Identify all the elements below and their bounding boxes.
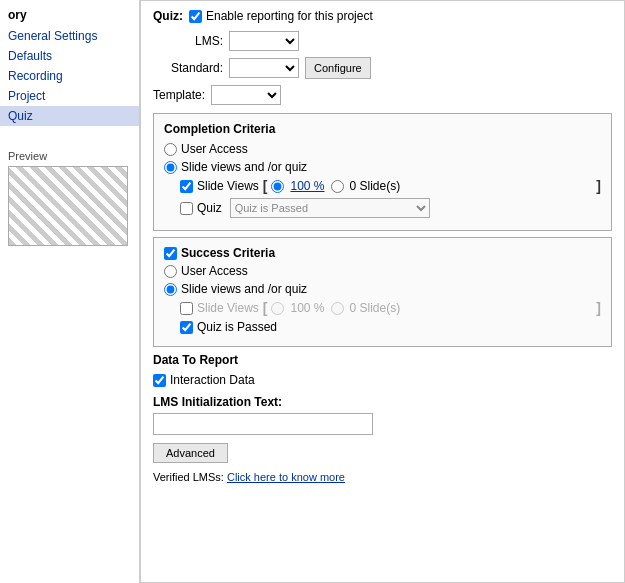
bracket-close-2: ] bbox=[596, 300, 601, 316]
completion-quiz-select[interactable]: Quiz is Passed bbox=[230, 198, 430, 218]
quiz-label: Quiz: bbox=[153, 9, 183, 23]
completion-slide-views-check-row: Slide Views [ 100 % 0 Slide(s) ] bbox=[180, 178, 601, 194]
completion-slide-views-checkbox[interactable] bbox=[180, 180, 193, 193]
lms-label: LMS: bbox=[153, 34, 223, 48]
preview-thumbnail bbox=[8, 166, 128, 246]
success-quiz-passed-label: Quiz is Passed bbox=[197, 320, 277, 334]
interaction-data-row: Interaction Data bbox=[153, 373, 612, 387]
sidebar-preview: Preview bbox=[0, 146, 139, 250]
completion-user-access-label: User Access bbox=[181, 142, 248, 156]
completion-quiz-row: Quiz Quiz is Passed bbox=[180, 198, 601, 218]
lms-init-section: LMS Initialization Text: bbox=[153, 395, 612, 435]
sidebar-title: ory bbox=[0, 4, 139, 26]
completion-100-percent-label: 100 % bbox=[290, 179, 324, 193]
quiz-enable-row: Quiz: Enable reporting for this project bbox=[153, 9, 612, 23]
success-slide-views-check-row: Slide Views [ 100 % 0 Slide(s) ] bbox=[180, 300, 601, 316]
success-user-access-radio[interactable] bbox=[164, 265, 177, 278]
verified-lms-row: Verified LMSs: Click here to know more bbox=[153, 471, 612, 483]
interaction-data-label: Interaction Data bbox=[170, 373, 255, 387]
success-user-access-label: User Access bbox=[181, 264, 248, 278]
enable-reporting-label: Enable reporting for this project bbox=[206, 9, 373, 23]
template-label: Template: bbox=[153, 88, 205, 102]
success-percent-group: 100 % 0 Slide(s) bbox=[271, 301, 400, 315]
completion-criteria-section: Completion Criteria User Access Slide vi… bbox=[153, 113, 612, 231]
sidebar-item-recording[interactable]: Recording bbox=[0, 66, 139, 86]
sidebar: ory General Settings Defaults Recording … bbox=[0, 0, 140, 583]
success-slide-views-checkbox[interactable] bbox=[180, 302, 193, 315]
verified-lms-link[interactable]: Click here to know more bbox=[227, 471, 345, 483]
success-0-slides-label: 0 Slide(s) bbox=[350, 301, 401, 315]
success-slide-views-check-label: Slide Views bbox=[197, 301, 259, 315]
completion-slide-views-subrow: Slide Views [ 100 % 0 Slide(s) ] Quiz Qu… bbox=[180, 178, 601, 218]
standard-select[interactable] bbox=[229, 58, 299, 78]
enable-reporting-checkbox[interactable] bbox=[189, 10, 202, 23]
success-criteria-header-row: Success Criteria bbox=[164, 246, 601, 260]
completion-user-access-row: User Access bbox=[164, 142, 601, 156]
configure-button[interactable]: Configure bbox=[305, 57, 371, 79]
success-quiz-passed-checkbox[interactable] bbox=[180, 321, 193, 334]
data-to-report-section: Data To Report Interaction Data bbox=[153, 353, 612, 387]
success-slide-views-row: Slide views and /or quiz bbox=[164, 282, 601, 296]
completion-0-slides-radio[interactable] bbox=[331, 180, 344, 193]
template-row: Template: bbox=[153, 85, 612, 105]
completion-slide-views-label: Slide views and /or quiz bbox=[181, 160, 307, 174]
success-slide-views-subrow: Slide Views [ 100 % 0 Slide(s) ] Quiz is… bbox=[180, 300, 601, 334]
completion-slide-views-radio[interactable] bbox=[164, 161, 177, 174]
data-to-report-header: Data To Report bbox=[153, 353, 612, 367]
success-100-percent-radio[interactable] bbox=[271, 302, 284, 315]
main-content: Quiz: Enable reporting for this project … bbox=[140, 0, 625, 583]
advanced-button[interactable]: Advanced bbox=[153, 443, 228, 463]
sidebar-item-defaults[interactable]: Defaults bbox=[0, 46, 139, 66]
lms-init-label: LMS Initialization Text: bbox=[153, 395, 612, 409]
completion-0-slides-label: 0 Slide(s) bbox=[350, 179, 401, 193]
standard-label: Standard: bbox=[153, 61, 223, 75]
success-criteria-enable-checkbox[interactable] bbox=[164, 247, 177, 260]
completion-slide-views-row: Slide views and /or quiz bbox=[164, 160, 601, 174]
standard-row: Standard: Configure bbox=[153, 57, 612, 79]
completion-quiz-checkbox[interactable] bbox=[180, 202, 193, 215]
completion-criteria-header: Completion Criteria bbox=[164, 122, 601, 136]
success-0-slides-radio[interactable] bbox=[331, 302, 344, 315]
success-100-percent-label: 100 % bbox=[290, 301, 324, 315]
completion-slide-views-check-label: Slide Views bbox=[197, 179, 259, 193]
template-select[interactable] bbox=[211, 85, 281, 105]
completion-percent-group: 100 % 0 Slide(s) bbox=[271, 179, 400, 193]
sidebar-item-quiz[interactable]: Quiz bbox=[0, 106, 139, 126]
verified-lms-prefix: Verified LMSs: bbox=[153, 471, 224, 483]
lms-init-input[interactable] bbox=[153, 413, 373, 435]
success-criteria-section: Success Criteria User Access Slide views… bbox=[153, 237, 612, 347]
success-quiz-passed-row: Quiz is Passed bbox=[180, 320, 601, 334]
bracket-open-2: [ bbox=[263, 300, 268, 316]
bracket-close-1: ] bbox=[596, 178, 601, 194]
completion-100-percent-radio[interactable] bbox=[271, 180, 284, 193]
success-slide-views-radio[interactable] bbox=[164, 283, 177, 296]
lms-select[interactable] bbox=[229, 31, 299, 51]
success-criteria-header: Success Criteria bbox=[181, 246, 275, 260]
bracket-open-1: [ bbox=[263, 178, 268, 194]
completion-user-access-radio[interactable] bbox=[164, 143, 177, 156]
interaction-data-checkbox[interactable] bbox=[153, 374, 166, 387]
completion-quiz-label: Quiz bbox=[197, 201, 222, 215]
success-slide-views-label: Slide views and /or quiz bbox=[181, 282, 307, 296]
lms-row: LMS: bbox=[153, 31, 612, 51]
sidebar-item-project[interactable]: Project bbox=[0, 86, 139, 106]
sidebar-item-general-settings[interactable]: General Settings bbox=[0, 26, 139, 46]
success-user-access-row: User Access bbox=[164, 264, 601, 278]
